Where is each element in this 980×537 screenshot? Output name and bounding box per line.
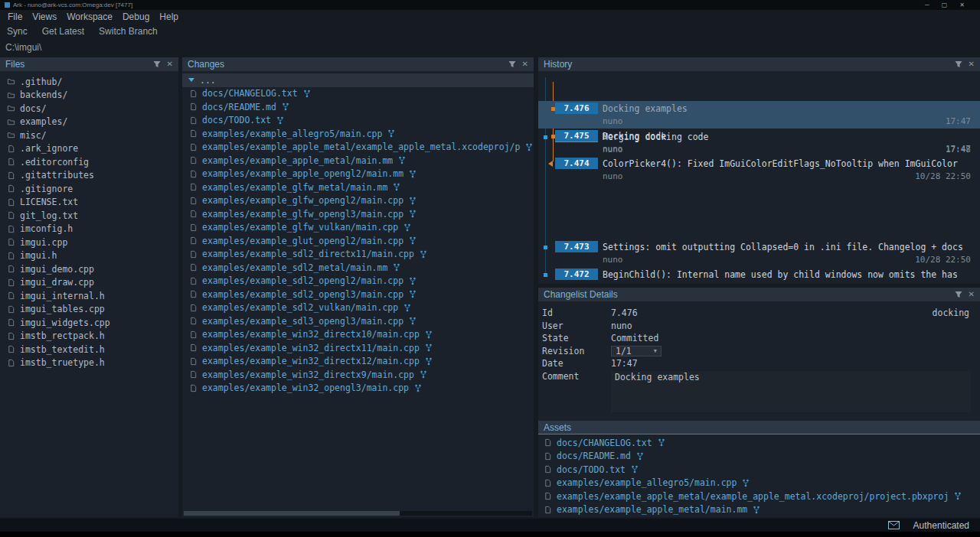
window-control-button[interactable]: ─ [925, 2, 929, 8]
menu-item[interactable]: File [8, 11, 22, 22]
file-icon [189, 170, 198, 178]
file-tree-item[interactable]: docs/ [0, 102, 178, 116]
changed-file-row[interactable]: examples/example_win32_directx9/main.cpp [182, 368, 534, 382]
changed-file-row[interactable]: examples/example_glfw_opengl2/main.cpp [182, 194, 534, 208]
menu-item[interactable]: Debug [122, 11, 149, 22]
file-tree-item[interactable]: examples/ [0, 116, 178, 129]
file-tree-item[interactable]: .ark_ignore [0, 142, 178, 156]
changed-file-row[interactable]: examples/example_win32_directx12/main.cp… [182, 355, 534, 369]
changed-file-row[interactable]: examples/example_glfw_opengl3/main.cpp [182, 207, 534, 221]
changeset-badge[interactable]: 7.472 ▼ [555, 268, 598, 280]
file-tree-item[interactable]: imgui_internal.h [0, 289, 178, 303]
changed-file-row[interactable]: examples/example_apple_opengl2/main.mm [182, 168, 534, 181]
file-tree-item[interactable]: .editorconfig [0, 155, 178, 169]
changed-file-row[interactable]: examples/example_sdl2_opengl2/main.cpp [182, 275, 534, 288]
commit-row[interactable]: 7.473 ▼ Settings: omit outputting Collap… [538, 239, 980, 267]
changes-root-row[interactable]: ... [182, 73, 534, 87]
file-tree-item[interactable]: imstb_truetype.h [0, 356, 178, 370]
file-tree-item[interactable]: imgui.h [0, 249, 178, 263]
asset-row[interactable]: docs/README.md [538, 450, 980, 464]
scrollbar-thumb[interactable] [184, 511, 400, 516]
file-tree-item[interactable]: imgui.cpp [0, 236, 178, 249]
file-name: imgui_draw.cpp [20, 277, 94, 288]
changed-file-row[interactable]: examples/example_sdl2_opengl3/main.cpp [182, 288, 534, 301]
toolbar-button[interactable]: Switch Branch [99, 26, 158, 37]
close-icon[interactable]: ✕ [167, 60, 173, 68]
changed-file-row[interactable]: examples/example_sdl3_opengl3/main.cpp [182, 314, 534, 328]
asset-row[interactable]: examples/example_apple_metal/example_app… [538, 490, 980, 503]
changed-file-row[interactable]: examples/example_glfw_vulkan/main.cpp [182, 221, 534, 235]
menu-item[interactable]: Views [32, 11, 57, 22]
file-tree-item[interactable]: backends/ [0, 89, 178, 103]
commit-row[interactable]: 7.476 ▼ Docking examples nuno 17:47 [538, 101, 980, 129]
changed-file-row[interactable]: examples/example_glut_opengl2/main.cpp [182, 234, 534, 248]
filter-icon[interactable] [955, 60, 962, 68]
file-tree-item[interactable]: imstb_rectpack.h [0, 330, 178, 343]
changed-file-row[interactable]: examples/example_glfw_metal/main.mm [182, 181, 534, 194]
file-tree-item[interactable]: imstb_textedit.h [0, 343, 178, 356]
toolbar-button[interactable]: Get Latest [42, 26, 84, 37]
close-icon[interactable]: ✕ [969, 291, 975, 298]
filter-icon[interactable] [508, 60, 516, 68]
file-tree-item[interactable]: .gitignore [0, 182, 178, 196]
file-tree-item[interactable]: imgui_tables.cpp [0, 303, 178, 317]
changed-file-row[interactable]: examples/example_sdl2_metal/main.mm [182, 261, 534, 275]
changeset-badge[interactable]: 7.475 ▼ [555, 130, 598, 142]
file-icon [7, 171, 15, 180]
assets-header[interactable]: Assets [538, 421, 980, 434]
file-icon [7, 265, 15, 273]
file-tree-item[interactable]: imgui_widgets.cpp [0, 316, 178, 330]
changeset-badge[interactable]: 7.476 ▼ [555, 103, 598, 114]
asset-row[interactable]: docs/TODO.txt [538, 463, 980, 477]
changed-file-row[interactable]: docs/TODO.txt [182, 114, 534, 128]
file-icon [7, 158, 15, 166]
asset-row[interactable]: examples/example_apple_metal/main.mm [538, 503, 980, 517]
file-tree-item[interactable]: imgui_demo.cpp [0, 262, 178, 276]
changed-file-row[interactable]: examples/example_sdl2_directx11/main.cpp [182, 248, 534, 262]
menu-item[interactable]: Help [159, 11, 178, 22]
commit-row[interactable]: 7.474 ▼ ColorPicker4(): Fixed ImGuiColor… [538, 156, 980, 184]
filter-icon[interactable] [153, 60, 161, 68]
changed-file-row[interactable]: examples/example_win32_directx11/main.cp… [182, 341, 534, 355]
menu-item[interactable]: Workspace [67, 11, 113, 22]
filter-icon[interactable] [955, 291, 962, 298]
changed-file-row[interactable]: examples/example_win32_directx10/main.cp… [182, 328, 534, 342]
field-revision: Revision 1/1 ▼ [538, 345, 980, 358]
window-control-button[interactable]: ▢ [942, 2, 948, 8]
comment-box[interactable]: Docking examples [611, 371, 971, 412]
main-area: Files ✕ .github/ [0, 56, 980, 519]
toolbar-button[interactable]: Sync [7, 26, 28, 37]
window-controls: ─ ▢ ✕ [925, 2, 975, 8]
changed-file-row[interactable]: examples/example_apple_metal/main.mm [182, 154, 534, 168]
file-tree-item[interactable]: imconfig.h [0, 223, 178, 236]
commit-row[interactable]: 7.475 ▼ Docking code nuno 17:47 [538, 129, 980, 156]
changed-file-row[interactable]: docs/CHANGELOG.txt [182, 87, 534, 101]
changed-file-row[interactable]: examples/example_allegro5/main.cpp [182, 127, 534, 141]
changed-file-row[interactable]: examples/example_sdl2_vulkan/main.cpp [182, 301, 534, 315]
commit-row[interactable]: 7.472 ▼ BeginChild(): Internal name used… [538, 267, 980, 284]
file-tree-item[interactable]: .gitattributes [0, 169, 178, 183]
changed-file-row[interactable]: examples/example_win32_opengl3/main.cpp [182, 382, 534, 395]
asset-row[interactable]: docs/CHANGELOG.txt [538, 436, 980, 450]
window-control-button[interactable]: ✕ [959, 2, 965, 8]
horizontal-scrollbar[interactable] [184, 511, 532, 516]
mail-icon[interactable] [888, 521, 900, 529]
file-tree-item[interactable]: LICENSE.txt [0, 196, 178, 210]
close-icon[interactable]: ✕ [522, 60, 528, 68]
file-tree-item[interactable]: .github/ [0, 75, 178, 89]
close-icon[interactable]: ✕ [969, 60, 975, 68]
file-tree-item[interactable]: imgui_draw.cpp [0, 276, 178, 290]
branch-icon [631, 465, 639, 474]
file-name: git_log.txt [20, 210, 78, 221]
file-tree-item[interactable]: git_log.txt [0, 209, 178, 223]
asset-row[interactable]: examples/example_allegro5/main.cpp [538, 477, 980, 490]
changed-file-row[interactable]: docs/README.md [182, 100, 534, 114]
folder-icon [7, 131, 15, 139]
file-icon [7, 198, 15, 207]
changeset-badge[interactable]: 7.474 ▼ [555, 158, 598, 169]
branch-icon [387, 129, 395, 138]
changed-file-row[interactable]: examples/example_apple_metal/example_app… [182, 141, 534, 155]
file-tree-item[interactable]: misc/ [0, 129, 178, 142]
changeset-badge[interactable]: 7.473 ▼ [555, 241, 598, 252]
revision-select[interactable]: 1/1 ▼ [611, 346, 662, 356]
